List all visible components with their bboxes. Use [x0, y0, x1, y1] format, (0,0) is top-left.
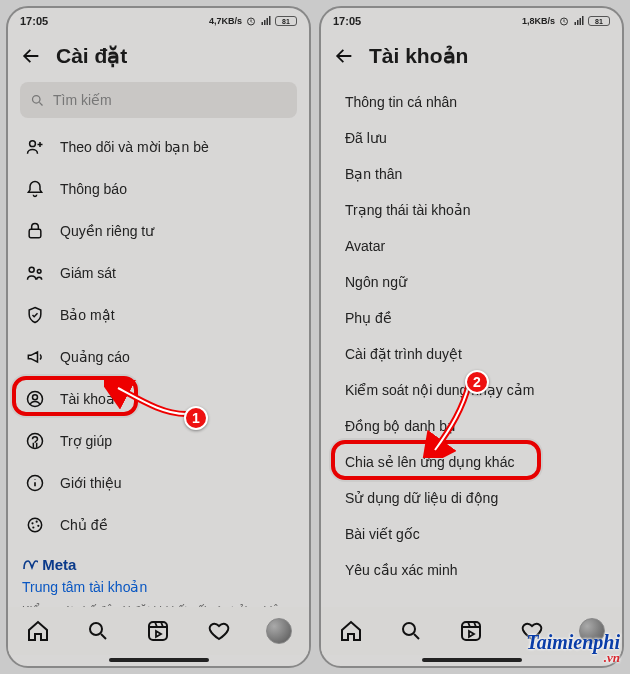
- account-item-label: Đã lưu: [345, 130, 387, 146]
- account-item[interactable]: Trạng thái tài khoản: [321, 192, 622, 228]
- settings-item-notifications[interactable]: Thông báo: [8, 168, 309, 210]
- account-item[interactable]: Avatar: [321, 228, 622, 264]
- info-icon: [24, 472, 46, 494]
- account-item-share[interactable]: Chia sẻ lên ứng dụng khác: [321, 444, 622, 480]
- nav-home[interactable]: [338, 618, 364, 644]
- settings-item-follow[interactable]: Theo dõi và mời bạn bè: [8, 126, 309, 168]
- phone-right: 17:05 1,8KB/s 81 Tài khoản Thông tin cá …: [319, 6, 624, 668]
- account-item[interactable]: Phụ đề: [321, 300, 622, 336]
- svg-point-12: [28, 434, 43, 449]
- svg-point-26: [403, 623, 415, 635]
- gesture-bar: [109, 658, 209, 662]
- svg-point-8: [29, 267, 34, 272]
- svg-rect-23: [577, 20, 579, 25]
- battery-icon: 81: [588, 16, 610, 26]
- nav-search[interactable]: [398, 618, 424, 644]
- account-item[interactable]: Bài viết gốc: [321, 516, 622, 552]
- account-item[interactable]: Ngôn ngữ: [321, 264, 622, 300]
- signal-icon: [573, 15, 585, 27]
- search-placeholder: Tìm kiếm: [53, 92, 112, 108]
- nav-profile[interactable]: [579, 618, 605, 644]
- account-item-label: Bài viết gốc: [345, 526, 420, 542]
- svg-rect-20: [149, 622, 167, 640]
- settings-item-ads[interactable]: Quảng cáo: [8, 336, 309, 378]
- account-item-label: Chia sẻ lên ứng dụng khác: [345, 454, 514, 470]
- page-title: Cài đặt: [56, 44, 127, 68]
- account-item[interactable]: Đồng bộ danh bạ: [321, 408, 622, 444]
- account-item-label: Sử dụng dữ liệu di động: [345, 490, 498, 506]
- back-icon[interactable]: [333, 45, 355, 67]
- battery-icon: 81: [275, 16, 297, 26]
- svg-rect-25: [582, 16, 584, 25]
- bell-icon: [24, 178, 46, 200]
- settings-item-about[interactable]: Giới thiệu: [8, 462, 309, 504]
- settings-item-label: Thông báo: [60, 181, 127, 197]
- settings-item-security[interactable]: Bảo mật: [8, 294, 309, 336]
- account-item-label: Cài đặt trình duyệt: [345, 346, 462, 362]
- svg-point-11: [33, 395, 38, 400]
- svg-point-14: [28, 518, 41, 531]
- alarm-icon: [558, 15, 570, 27]
- account-item-label: Kiểm soát nội dung nhạy cảm: [345, 382, 534, 398]
- account-item[interactable]: Đã lưu: [321, 120, 622, 156]
- search-input[interactable]: Tìm kiếm: [20, 82, 297, 118]
- avatar-icon: [266, 618, 292, 644]
- svg-point-16: [36, 521, 38, 523]
- phone-left: 17:05 4,7KB/s 81 Cài đặt Tìm kiếm Theo d…: [6, 6, 311, 668]
- settings-item-account[interactable]: Tài khoản: [8, 378, 309, 420]
- account-item[interactable]: Cài đặt trình duyệt: [321, 336, 622, 372]
- nav-heart[interactable]: [519, 618, 545, 644]
- nav-heart[interactable]: [206, 618, 232, 644]
- account-item[interactable]: Bạn thân: [321, 156, 622, 192]
- account-item[interactable]: Sử dụng dữ liệu di động: [321, 480, 622, 516]
- status-right: 4,7KB/s 81: [209, 15, 297, 27]
- svg-rect-1: [262, 22, 264, 25]
- theme-icon: [24, 514, 46, 536]
- account-item[interactable]: Yêu cầu xác minh: [321, 552, 622, 588]
- settings-item-help[interactable]: Trợ giúp: [8, 420, 309, 462]
- page-title: Tài khoản: [369, 44, 468, 68]
- header: Tài khoản: [321, 34, 622, 82]
- settings-item-label: Quyền riêng tư: [60, 223, 154, 239]
- nav-reels[interactable]: [458, 618, 484, 644]
- settings-item-label: Tài khoản: [60, 391, 123, 407]
- account-item-label: Thông tin cá nhân: [345, 94, 457, 110]
- settings-item-label: Bảo mật: [60, 307, 115, 323]
- status-bar: 17:05 4,7KB/s 81: [8, 8, 309, 34]
- back-icon[interactable]: [20, 45, 42, 67]
- supervise-icon: [24, 262, 46, 284]
- help-icon: [24, 430, 46, 452]
- settings-list: Theo dõi và mời bạn bè Thông báo Quyền r…: [8, 124, 309, 607]
- account-item-label: Yêu cầu xác minh: [345, 562, 458, 578]
- account-item[interactable]: Kiểm soát nội dung nhạy cảm: [321, 372, 622, 408]
- nav-profile[interactable]: [266, 618, 292, 644]
- account-list: Thông tin cá nhân Đã lưu Bạn thân Trạng …: [321, 82, 622, 607]
- settings-item-label: Trợ giúp: [60, 433, 112, 449]
- settings-item-supervision[interactable]: Giám sát: [8, 252, 309, 294]
- account-item-label: Trạng thái tài khoản: [345, 202, 471, 218]
- account-item[interactable]: Thông tin cá nhân: [321, 84, 622, 120]
- settings-item-theme[interactable]: Chủ đề: [8, 504, 309, 546]
- account-icon: [24, 388, 46, 410]
- account-item-label: Đồng bộ danh bạ: [345, 418, 456, 434]
- bottom-nav: [321, 607, 622, 655]
- account-item-label: Bạn thân: [345, 166, 402, 182]
- meta-brand: Meta: [8, 546, 309, 575]
- nav-home[interactable]: [25, 618, 51, 644]
- settings-item-label: Giới thiệu: [60, 475, 122, 491]
- megaphone-icon: [24, 346, 46, 368]
- settings-item-privacy[interactable]: Quyền riêng tư: [8, 210, 309, 252]
- settings-item-label: Theo dõi và mời bạn bè: [60, 139, 209, 155]
- settings-item-label: Quảng cáo: [60, 349, 130, 365]
- svg-rect-24: [580, 18, 582, 25]
- status-right: 1,8KB/s 81: [522, 15, 610, 27]
- svg-rect-27: [462, 622, 480, 640]
- svg-point-15: [31, 522, 33, 524]
- nav-reels[interactable]: [145, 618, 171, 644]
- svg-point-17: [37, 525, 39, 527]
- alarm-icon: [245, 15, 257, 27]
- account-center-link[interactable]: Trung tâm tài khoản: [8, 575, 309, 599]
- svg-point-9: [37, 270, 41, 274]
- avatar-icon: [579, 618, 605, 644]
- nav-search[interactable]: [85, 618, 111, 644]
